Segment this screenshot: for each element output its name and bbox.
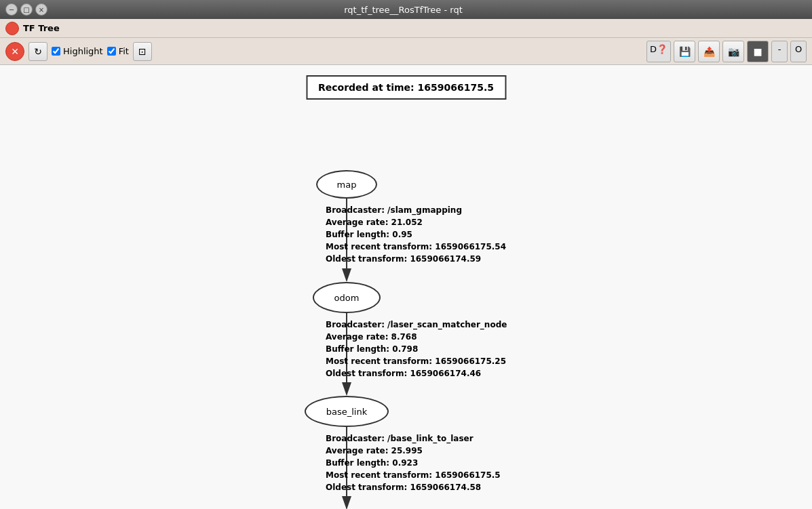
buffer-odom-base: Buffer length: 0.798 <box>326 343 507 355</box>
node-map[interactable]: map <box>316 170 377 199</box>
info-map-odom: Broadcaster: /slam_gmapping Average rate… <box>326 204 506 265</box>
reset-icon: ⊡ <box>138 46 147 57</box>
broadcaster-odom-base: Broadcaster: /laser_scan_matcher_node <box>326 319 507 331</box>
app-title: TF Tree <box>23 23 60 33</box>
minus-label[interactable]: - <box>771 41 788 62</box>
node-odom[interactable]: odom <box>313 282 381 313</box>
export-icon: 📤 <box>703 46 715 57</box>
info-base-laser: Broadcaster: /base_link_to_laser Average… <box>326 432 501 493</box>
oldest-odom-base: Oldest transform: 1659066174.46 <box>326 367 507 380</box>
node-odom-label: odom <box>334 293 360 303</box>
dark-icon: ■ <box>753 46 762 57</box>
maximize-button[interactable]: □ <box>20 3 33 16</box>
main-area: Recorded at time: 1659066175.5 map Broad… <box>0 65 812 509</box>
rate-odom-base: Average rate: 8.768 <box>326 331 507 343</box>
export-button[interactable]: 📤 <box>698 41 720 62</box>
recent-base-laser: Most recent transform: 1659066175.5 <box>326 469 501 481</box>
fit-checkbox[interactable] <box>107 47 116 56</box>
oldest-map-odom: Oldest transform: 1659066174.59 <box>326 253 506 265</box>
rate-map-odom: Average rate: 21.052 <box>326 216 506 228</box>
highlight-checkbox[interactable] <box>52 47 60 56</box>
reset-button[interactable]: ⊡ <box>133 42 152 61</box>
dark-mode-button[interactable]: ■ <box>747 41 769 62</box>
recorded-time-box: Recorded at time: 1659066175.5 <box>306 75 506 100</box>
broadcaster-base-laser: Broadcaster: /base_link_to_laser <box>326 432 501 445</box>
highlight-checkbox-group[interactable]: Highlight <box>52 46 103 56</box>
node-base-link[interactable]: base_link <box>305 396 389 427</box>
stop-icon: ✕ <box>11 47 19 56</box>
close-button[interactable]: × <box>35 3 47 16</box>
recent-map-odom: Most recent transform: 1659066175.54 <box>326 241 506 253</box>
buffer-map-odom: Buffer length: 0.95 <box>326 228 506 241</box>
save-button[interactable]: 💾 <box>674 41 695 62</box>
recent-odom-base: Most recent transform: 1659066175.25 <box>326 355 507 367</box>
app-icon <box>5 22 19 35</box>
screenshot-button[interactable]: 📷 <box>722 41 744 62</box>
fit-label: Fit <box>119 46 129 56</box>
minimize-button[interactable]: ─ <box>5 3 18 16</box>
broadcaster-map-odom: Broadcaster: /slam_gmapping <box>326 204 506 216</box>
highlight-label: Highlight <box>63 46 103 56</box>
rate-base-laser: Average rate: 25.995 <box>326 445 501 457</box>
toolbar: ✕ ↻ Highlight Fit ⊡ D❓ 💾 📤 📷 ■ - O <box>0 38 812 65</box>
refresh-button[interactable]: ↻ <box>28 42 47 61</box>
info-odom-base: Broadcaster: /laser_scan_matcher_node Av… <box>326 319 507 380</box>
recorded-time-label: Recorded at time: 1659066175.5 <box>318 82 494 93</box>
node-base-link-label: base_link <box>326 407 367 417</box>
refresh-icon: ↻ <box>34 46 42 57</box>
menu-bar: TF Tree <box>0 19 812 38</box>
title-bar: ─ □ × rqt_tf_tree__RosTfTree - rqt <box>0 0 812 19</box>
tree-container: Recorded at time: 1659066175.5 map Broad… <box>0 65 812 509</box>
buffer-base-laser: Buffer length: 0.923 <box>326 457 501 469</box>
title-bar-left-controls[interactable]: ─ □ × <box>5 3 47 16</box>
toolbar-right: D❓ 💾 📤 📷 ■ - O <box>646 41 807 62</box>
help-label[interactable]: D❓ <box>646 41 671 62</box>
window-title: rqt_tf_tree__RosTfTree - rqt <box>47 5 759 15</box>
oldest-base-laser: Oldest transform: 1659066174.58 <box>326 481 501 493</box>
fit-checkbox-group[interactable]: Fit <box>107 46 129 56</box>
zero-label[interactable]: O <box>790 41 807 62</box>
node-map-label: map <box>337 180 357 190</box>
screenshot-icon: 📷 <box>728 46 739 57</box>
stop-button[interactable]: ✕ <box>5 42 24 61</box>
save-icon: 💾 <box>679 46 691 57</box>
